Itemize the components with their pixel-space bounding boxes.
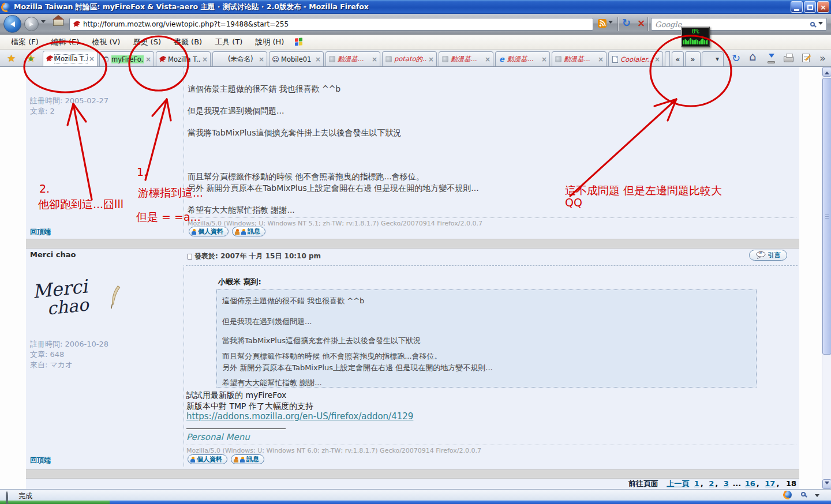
toolbar-overflow-icon[interactable]: » (819, 52, 826, 64)
signature-text: Personal Menu (186, 432, 250, 442)
chevron-down-icon (41, 20, 46, 36)
search-icon[interactable] (810, 22, 815, 27)
moztw-favicon (46, 55, 53, 63)
tab-comic-site-4[interactable]: 動漫基... × (552, 51, 607, 66)
url-input[interactable]: http://forum.moztw.org/viewtopic.php?t=1… (83, 20, 289, 28)
tab-close-icon[interactable]: × (428, 57, 434, 62)
tab-label: Mozilla T... (55, 55, 87, 63)
scroll-down-button[interactable] (822, 479, 831, 489)
menu-tools[interactable]: 工具 (T) (208, 35, 249, 49)
pagination-page-link[interactable]: 1 (694, 479, 699, 488)
forward-button[interactable] (24, 17, 39, 31)
menu-file[interactable]: 檔案 (F) (5, 35, 45, 49)
zoom-icon[interactable]: + (801, 492, 806, 497)
restore-button[interactable] (804, 1, 816, 13)
tab-close-icon[interactable]: × (485, 57, 491, 62)
url-bar[interactable]: http://forum.moztw.org/viewtopic.php?t=1… (69, 18, 593, 31)
message-button[interactable]: 訊息 (232, 227, 265, 236)
tab-mobile01[interactable]: ☺ Mobile01 × (269, 51, 324, 66)
partial-tab[interactable] (665, 51, 670, 66)
tab-close-icon[interactable]: × (654, 57, 660, 62)
home-button[interactable] (53, 19, 63, 26)
search-bar[interactable]: Google (651, 18, 827, 31)
back-button[interactable] (3, 15, 21, 33)
tab-comic-site-1[interactable]: 動漫基... × (325, 51, 380, 66)
compose-icon[interactable] (802, 54, 810, 62)
tab-mozilla-taiwan-active[interactable]: Mozilla T... × (43, 51, 98, 66)
forum-page: 註冊時間: 2005-02-27 文章: 2 這個佈景主題做的很不錯 我也很喜歡… (26, 67, 799, 489)
column-divider (184, 265, 184, 467)
back-to-top-link[interactable]: 回頂端 (30, 456, 51, 465)
search-engine-dropdown[interactable] (818, 22, 823, 27)
quick-find-icon[interactable] (6, 492, 8, 503)
back-arrow-icon (8, 21, 15, 27)
post1-paragraph: 當我將TabMixPlus這個擴充套件掛上去以後會發生以下狀況 (188, 128, 401, 138)
menu-history[interactable]: 歷史 (S) (126, 35, 167, 49)
cpu-graph-icon (683, 36, 708, 44)
tab-close-icon[interactable]: × (598, 57, 604, 62)
tab-list-dropdown[interactable]: ▾ (712, 51, 723, 66)
tab-close-icon[interactable]: × (202, 57, 208, 62)
tab-close-icon[interactable]: × (145, 57, 151, 62)
quote-reply-button[interactable]: “ 引言 (749, 250, 787, 261)
download-icon[interactable] (768, 54, 775, 63)
print-icon[interactable] (784, 56, 793, 62)
menu-edit[interactable]: 編輯 (E) (45, 35, 86, 49)
reload-button[interactable]: ↻ (622, 17, 631, 29)
status-bar: 完成 + (0, 489, 831, 501)
message-button[interactable]: 訊息 (231, 454, 264, 464)
tab-close-icon[interactable]: × (541, 57, 547, 62)
tab-mozilla-taiwan-2[interactable]: Mozilla T... × (156, 51, 211, 66)
firefox-status-icon[interactable] (784, 491, 792, 499)
tab-coolaler[interactable]: Coolaler... × (608, 51, 663, 66)
pagination-page-link[interactable]: 3 (724, 479, 729, 488)
speech-bubble-icon: “ (756, 251, 766, 259)
cpu-meter-widget: 0% (681, 27, 710, 47)
bookmark-star-icon[interactable]: ★ (7, 52, 16, 64)
pagination-page-link[interactable]: 16 (745, 479, 755, 488)
scrollbar-thumb[interactable] (822, 78, 831, 355)
tab-strip: Mozilla T... × myFireFo... × Mozilla T..… (43, 51, 665, 66)
pagination-separator: , (776, 479, 779, 488)
bookmark-add-icon[interactable]: ★ (27, 52, 35, 64)
post1-paragraph: 希望有大大能幫忙指教 謝謝... (188, 205, 295, 216)
person-icon (241, 229, 246, 235)
tab-scroll-right-button[interactable]: » (685, 51, 701, 66)
tab-potato[interactable]: potato的... × (382, 51, 437, 66)
tab-myfirefox[interactable]: myFireFo... × (99, 51, 154, 66)
tab-label: 動漫基... (564, 55, 596, 63)
tab-close-icon[interactable]: × (89, 56, 95, 62)
profile-button[interactable]: 個人資料 (188, 454, 227, 464)
post2-date: 發表於: 2007年 十月 15日 10:10 pm (194, 251, 321, 261)
minimize-button[interactable] (791, 1, 803, 13)
tab-comic-site-3[interactable]: e 動漫基... × (495, 51, 550, 66)
message-button-label: 訊息 (246, 455, 259, 464)
addon-link[interactable]: https://addons.mozilla.org/en-US/firefox… (186, 411, 413, 422)
pagination-page-link[interactable]: 17 (765, 479, 775, 488)
profile-button-label: 個人資料 (197, 455, 222, 464)
menu-view[interactable]: 檢視 (V) (85, 35, 126, 49)
profile-button[interactable]: 個人資料 (189, 227, 229, 236)
tab-close-icon[interactable]: × (259, 57, 264, 62)
menu-bookmarks[interactable]: 書籤 (B) (167, 35, 208, 49)
pagination-page-link[interactable]: 2 (709, 479, 714, 488)
stop-button[interactable]: × (637, 17, 645, 29)
menu-help[interactable]: 說明 (H) (249, 35, 290, 49)
tab-close-icon[interactable]: × (372, 57, 377, 62)
vertical-scrollbar[interactable] (822, 67, 831, 489)
quote-line: 但是我現在遇到幾個問題... (222, 317, 312, 327)
back-to-top-link[interactable]: 回頂端 (30, 227, 51, 237)
tab-untitled[interactable]: (未命名) × (212, 51, 267, 66)
pagination-prev-link[interactable]: 上一頁 (667, 479, 689, 488)
toolbar-home-icon[interactable]: ⌂ (749, 51, 757, 62)
close-button[interactable]: × (817, 1, 829, 13)
tab-close-icon[interactable]: × (315, 57, 321, 62)
tab-comic-site-2[interactable]: 動漫基... × (439, 51, 493, 66)
rss-button[interactable] (598, 19, 613, 28)
post-separator (26, 469, 799, 479)
zoom-dropdown[interactable] (815, 494, 819, 499)
tab-scroll-left-button[interactable]: « (672, 51, 684, 66)
toolbar-reload-icon[interactable]: ↻ (732, 52, 740, 64)
scroll-up-button[interactable] (822, 67, 831, 77)
history-dropdown[interactable] (41, 23, 46, 34)
